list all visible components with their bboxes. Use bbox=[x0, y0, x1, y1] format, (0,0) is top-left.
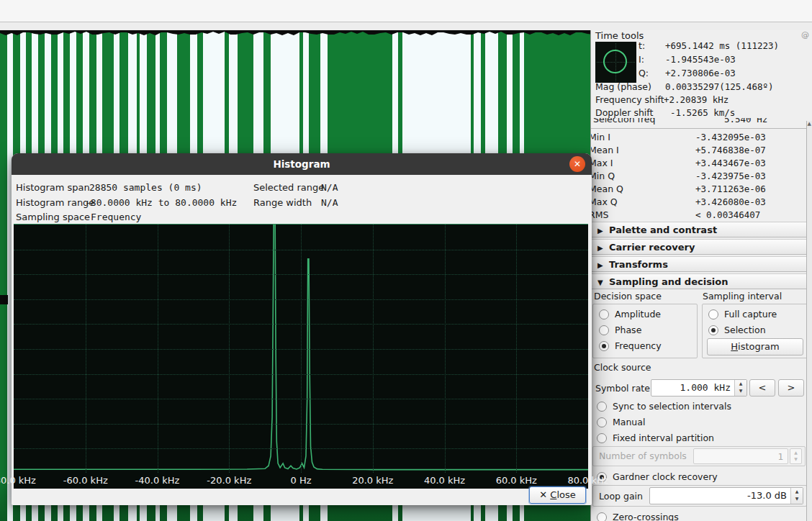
loop-gain-spinner[interactable]: ▲▼ bbox=[790, 488, 803, 504]
frequency-shift-value: +2.20839 kHz bbox=[664, 94, 728, 105]
dialog-title: Histogram bbox=[273, 158, 330, 170]
sampling-space-row: Sampling space Frequency bbox=[12, 212, 592, 225]
grid-line bbox=[229, 225, 230, 473]
symbol-rate-spinbox[interactable]: 1.000 kHz ▲▼ bbox=[651, 379, 747, 397]
axis-tick-label: -60.0 kHz bbox=[63, 475, 108, 486]
loop-gain-group: Loop gain -13.0 dB ▲▼ bbox=[592, 485, 807, 507]
axis-tick-label: 80.0 kHz bbox=[567, 475, 608, 486]
section-header-sampling-and-decision[interactable]: ▼Sampling and decision bbox=[591, 273, 808, 289]
stat-row: Min I-3.432095e-03 bbox=[591, 132, 812, 145]
section-header-transforms[interactable]: ▶Transforms bbox=[591, 256, 808, 272]
clock-source-option-fixed-interval-partition[interactable]: Fixed interval partition bbox=[591, 430, 807, 446]
chevron-down-icon: ▼ bbox=[597, 275, 609, 290]
chevron-right-icon: ▶ bbox=[597, 223, 609, 238]
constellation-display bbox=[595, 42, 636, 83]
dialog-titlebar[interactable]: Histogram ✕ bbox=[12, 153, 592, 175]
histogram-x-axis: -80.0 kHz-60.0 kHz-40.0 kHz-20.0 kHz0 Hz… bbox=[14, 473, 588, 489]
number-of-symbols-row: Number of symbols 1 ▲▼ bbox=[592, 446, 806, 466]
chevron-right-icon: ▶ bbox=[597, 240, 609, 255]
stat-row: Max I+3.443467e-03 bbox=[591, 158, 812, 171]
stat-row: RMS< 0.00346407 bbox=[591, 209, 812, 222]
decision-space-option-amplitude[interactable]: Amplitude bbox=[593, 307, 697, 322]
grid-line bbox=[301, 225, 302, 473]
grid-line bbox=[86, 225, 86, 473]
radio-icon[interactable] bbox=[597, 402, 607, 412]
radio-icon[interactable] bbox=[708, 309, 718, 320]
histogram-range-row: Histogram range -80.0000 kHz to 80.0000 … bbox=[12, 197, 592, 210]
histogram-range-label: Histogram range bbox=[16, 197, 94, 208]
clock-source-options: Sync to selection intervalsManualFixed i… bbox=[591, 399, 807, 446]
doppler-shift-value: -1.5265 km/s bbox=[670, 107, 735, 118]
sampling-space-value: Frequency bbox=[91, 212, 141, 222]
clock-source-option-gardner-clock-recovery[interactable]: Gardner clock recovery bbox=[591, 469, 807, 485]
decision-space-label: Decision space bbox=[594, 291, 662, 302]
panel-separator bbox=[591, 128, 812, 129]
sampling-interval-option-full-capture[interactable]: Full capture bbox=[703, 307, 808, 322]
axis-tick-label: -80.0 kHz bbox=[0, 475, 36, 486]
clock-source-option-zero-crossings[interactable]: Zero-crossings bbox=[591, 509, 807, 521]
radio-icon[interactable] bbox=[599, 309, 609, 320]
decision-space-option-phase[interactable]: Phase bbox=[593, 322, 697, 338]
close-button[interactable]: ✕ Close bbox=[529, 486, 586, 504]
panel-scrollbar[interactable] bbox=[806, 121, 812, 521]
axis-tick-label: 20.0 kHz bbox=[352, 475, 393, 486]
grid-line bbox=[158, 225, 158, 473]
stat-row: Max Q+3.426080e-03 bbox=[591, 196, 812, 209]
scrollbar-up-icon[interactable]: ▲ bbox=[808, 121, 811, 127]
mag-phase-label: Mag (phase) bbox=[595, 81, 651, 92]
clock-source-option-manual[interactable]: Manual bbox=[591, 414, 807, 430]
selection-freq-value: 5.540 Hz bbox=[724, 118, 767, 124]
side-panel: Time tools @ t:+695.1442 ms (111223)I:-1… bbox=[590, 30, 812, 521]
radio-icon[interactable] bbox=[599, 341, 609, 351]
selected-range-value: N/A bbox=[321, 182, 338, 193]
histogram-dialog: Histogram ✕ Histogram span 28850 samples… bbox=[12, 153, 592, 505]
chevron-right-icon: ▶ bbox=[597, 258, 609, 273]
radio-icon[interactable] bbox=[597, 512, 607, 521]
stat-row: Mean I+5.746838e-07 bbox=[591, 145, 812, 158]
histogram-span-value: 28850 samples (0 ms) bbox=[89, 182, 202, 193]
window-close-icon[interactable]: ✕ bbox=[569, 156, 585, 172]
sampling-interval-option-selection[interactable]: Selection bbox=[703, 322, 808, 338]
histogram-plot[interactable] bbox=[14, 224, 588, 473]
axis-tick-label: -20.0 kHz bbox=[207, 475, 251, 486]
grid-line bbox=[516, 225, 517, 473]
symbol-rate-prev-button[interactable]: < bbox=[749, 379, 775, 397]
frequency-shift-label: Frequency shift bbox=[595, 94, 664, 105]
axis-tick-label: 0 Hz bbox=[290, 475, 311, 486]
selection-freq-label: Selection freq bbox=[593, 118, 655, 124]
section-header-carrier-recovery[interactable]: ▶Carrier recovery bbox=[591, 239, 808, 255]
loop-gain-spinbox[interactable]: -13.0 dB ▲▼ bbox=[649, 487, 803, 504]
clock-source-option-sync-to-selection-intervals[interactable]: Sync to selection intervals bbox=[591, 399, 807, 414]
sampling-interval-group: Full captureSelection Histogram bbox=[702, 304, 808, 358]
selection-freq-row: Selection freq 5.540 Hz bbox=[591, 118, 812, 127]
clock-source-label: Clock source bbox=[594, 362, 651, 373]
time-tools-title: Time tools bbox=[595, 30, 644, 41]
constellation-ring bbox=[603, 50, 627, 73]
stat-row: Min Q-3.423975e-03 bbox=[591, 171, 812, 184]
range-width-label: Range width bbox=[253, 197, 312, 208]
stat-row: Mean Q+3.711263e-06 bbox=[591, 184, 812, 196]
histogram-button[interactable]: Histogram bbox=[707, 338, 803, 355]
axis-tick-label: 40.0 kHz bbox=[424, 475, 465, 486]
close-x-icon: ✕ bbox=[539, 489, 547, 500]
symbol-rate-spinner[interactable]: ▲▼ bbox=[734, 380, 746, 396]
histogram-range-value: -80.0000 kHz to 80.0000 kHz bbox=[85, 197, 237, 208]
mag-phase-value: 0.00335297(125.468º) bbox=[665, 81, 774, 92]
waterfall-stripe bbox=[0, 30, 7, 521]
radio-icon[interactable] bbox=[597, 417, 607, 427]
radio-icon[interactable] bbox=[599, 325, 609, 335]
loop-gain-value[interactable]: -13.0 dB bbox=[747, 490, 787, 501]
section-header-palette-and-contrast[interactable]: ▶Palette and contrast bbox=[591, 222, 808, 237]
decision-space-group: AmplitudePhaseFrequency bbox=[592, 304, 698, 358]
symbol-rate-value[interactable]: 1.000 kHz bbox=[680, 382, 731, 393]
decision-space-option-frequency[interactable]: Frequency bbox=[593, 338, 697, 354]
selected-range-label: Selected range bbox=[253, 182, 324, 193]
doppler-shift-label: Doppler shift bbox=[595, 107, 653, 118]
grid-line bbox=[373, 225, 374, 473]
waterfall-left-marker[interactable] bbox=[0, 295, 8, 304]
number-of-symbols-input: 1 bbox=[693, 448, 788, 464]
radio-icon[interactable] bbox=[708, 325, 718, 335]
symbol-rate-next-button[interactable]: > bbox=[778, 379, 804, 397]
radio-icon[interactable] bbox=[597, 433, 607, 443]
app-top-bar bbox=[0, 0, 812, 30]
